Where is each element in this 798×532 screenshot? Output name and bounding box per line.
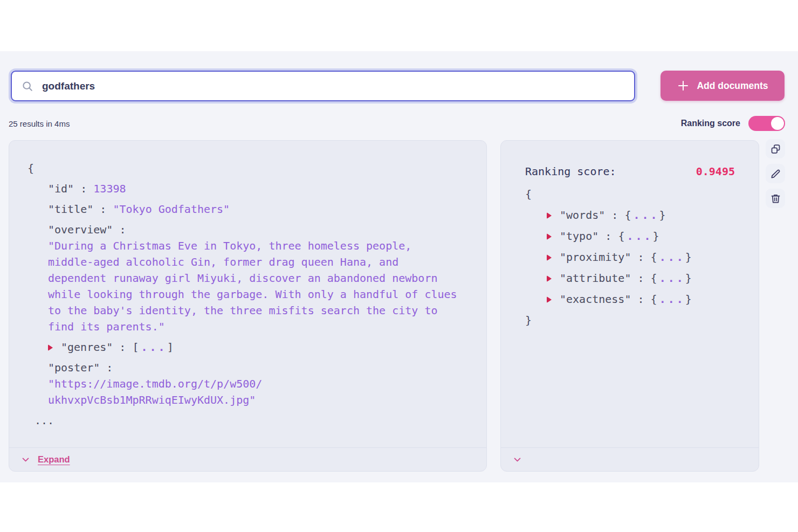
search-input[interactable] xyxy=(42,80,624,92)
json-line: "proximity" : {...} xyxy=(525,249,735,265)
json-key: ] xyxy=(167,341,174,354)
json-key: ... xyxy=(659,272,685,285)
chevron-down-icon xyxy=(21,455,30,464)
document-card: {"id" : 13398"title" : "Tokyo Godfathers… xyxy=(9,140,487,472)
json-line: ukhvxpVcBsb1MpRRwiqEIwyKdUX.jpg" xyxy=(27,392,470,408)
search-icon xyxy=(22,80,33,92)
json-line: } xyxy=(525,312,735,328)
json-key: ... xyxy=(627,230,652,243)
edit-document-button[interactable] xyxy=(766,164,785,183)
json-key: "id" : xyxy=(48,182,93,195)
json-key: } xyxy=(659,209,666,222)
json-key: { xyxy=(651,251,657,264)
json-line: to the baby's identity, the three misfit… xyxy=(27,302,470,319)
expand-node-icon[interactable] xyxy=(547,270,560,286)
expand-node-icon[interactable] xyxy=(547,249,560,265)
json-line: "poster" : xyxy=(27,360,470,376)
pencil-icon xyxy=(770,168,781,179)
json-line: { xyxy=(525,186,735,202)
json-line: ... xyxy=(27,412,470,429)
json-line: "title" : "Tokyo Godfathers" xyxy=(27,201,470,217)
json-key: { xyxy=(624,209,631,222)
json-line: "overview" : xyxy=(27,222,470,238)
json-line: while looking through the garbage. With … xyxy=(27,286,470,302)
copy-document-button[interactable] xyxy=(766,139,785,158)
json-key: } xyxy=(685,293,692,306)
json-key: "attribute" : xyxy=(560,272,651,285)
ranking-score-toggle-label: Ranking score xyxy=(681,119,740,128)
json-line: { xyxy=(27,160,470,176)
json-value: dependent runaway girl Miyuki, discover … xyxy=(48,272,437,285)
json-line: find its parents." xyxy=(27,319,470,335)
json-key: ... xyxy=(659,293,685,306)
json-key: "proximity" : xyxy=(560,251,651,264)
expand-label: Expand xyxy=(38,454,70,465)
json-key: "title" : xyxy=(48,203,113,216)
json-key: "exactness" : xyxy=(560,293,651,306)
json-key: { xyxy=(651,272,657,285)
json-key: ... xyxy=(659,251,685,264)
json-line: "https://image.tmdb.org/t/p/w500/ xyxy=(27,376,470,392)
toggle-knob xyxy=(771,117,784,130)
json-value: "Tokyo Godfathers" xyxy=(113,203,230,216)
ranking-score-title: Ranking score: xyxy=(525,163,616,179)
search-bar xyxy=(11,71,635,101)
json-key: { xyxy=(651,293,657,306)
json-line: "id" : 13398 xyxy=(27,181,470,197)
json-key: } xyxy=(525,314,532,327)
ranking-score-card: Ranking score: 0.9495 {"words" : {...}"t… xyxy=(500,140,759,472)
expand-node-icon[interactable] xyxy=(48,339,61,355)
json-line: "typo" : {...} xyxy=(525,228,735,244)
json-key: [ xyxy=(132,341,139,354)
ranking-score-body: Ranking score: 0.9495 {"words" : {...}"t… xyxy=(501,141,759,447)
json-line: "exactness" : {...} xyxy=(525,291,735,307)
json-line: middle-aged alcoholic Gin, former drag q… xyxy=(27,254,470,270)
json-line: "genres" : [...] xyxy=(27,339,470,355)
collapse-button[interactable] xyxy=(513,455,522,464)
document-json: {"id" : 13398"title" : "Tokyo Godfathers… xyxy=(9,141,486,447)
json-value: "During a Christmas Eve in Tokyo, three … xyxy=(48,239,411,252)
json-value: while looking through the garbage. With … xyxy=(48,288,457,301)
ranking-score-toggle[interactable] xyxy=(748,116,785,131)
json-key: { xyxy=(618,230,624,243)
copy-icon xyxy=(770,143,781,155)
json-value: to the baby's identity, the three misfit… xyxy=(48,304,437,317)
json-key: ... xyxy=(35,414,54,427)
json-line: "words" : {...} xyxy=(525,207,735,223)
plus-icon xyxy=(677,79,690,92)
json-line: dependent runaway girl Miyuki, discover … xyxy=(27,270,470,286)
expand-link[interactable]: Expand xyxy=(21,454,70,465)
json-key: "typo" : xyxy=(560,230,618,243)
expand-node-icon[interactable] xyxy=(547,291,560,307)
json-value: middle-aged alcoholic Gin, former drag q… xyxy=(48,255,398,268)
json-line: "During a Christmas Eve in Tokyo, three … xyxy=(27,238,470,254)
ranking-card-footer xyxy=(501,447,759,471)
json-key: { xyxy=(525,188,532,201)
json-value: ukhvxpVcBsb1MpRRwiqEIwyKdUX.jpg" xyxy=(48,393,256,406)
json-key: { xyxy=(27,162,34,175)
json-key: "genres" : xyxy=(61,341,132,354)
json-key: ... xyxy=(141,341,167,354)
ranking-score-value: 0.9495 xyxy=(696,163,735,179)
ranking-json: {"words" : {...}"typo" : {...}"proximity… xyxy=(525,186,735,328)
add-documents-button[interactable]: Add documents xyxy=(661,71,785,101)
json-value: 13398 xyxy=(93,182,126,195)
json-value: find its parents." xyxy=(48,320,165,333)
json-key: "poster" : xyxy=(48,361,113,374)
page: Add documents 25 results in 4ms Ranking … xyxy=(0,0,798,532)
json-key: "words" : xyxy=(560,209,624,222)
expand-node-icon[interactable] xyxy=(547,207,560,223)
expand-node-icon[interactable] xyxy=(547,228,560,244)
trash-icon xyxy=(770,193,781,204)
add-documents-label: Add documents xyxy=(697,80,768,92)
delete-document-button[interactable] xyxy=(766,189,785,208)
results-summary: 25 results in 4ms xyxy=(9,119,70,128)
chevron-down-icon xyxy=(513,455,522,464)
document-actions xyxy=(766,139,785,208)
ranking-score-header: Ranking score: 0.9495 xyxy=(525,163,735,179)
json-value: "https://image.tmdb.org/t/p/w500/ xyxy=(48,377,262,390)
json-key: "overview" : xyxy=(48,223,126,236)
json-key: } xyxy=(685,272,692,285)
json-line: "attribute" : {...} xyxy=(525,270,735,286)
json-key: ... xyxy=(633,209,659,222)
